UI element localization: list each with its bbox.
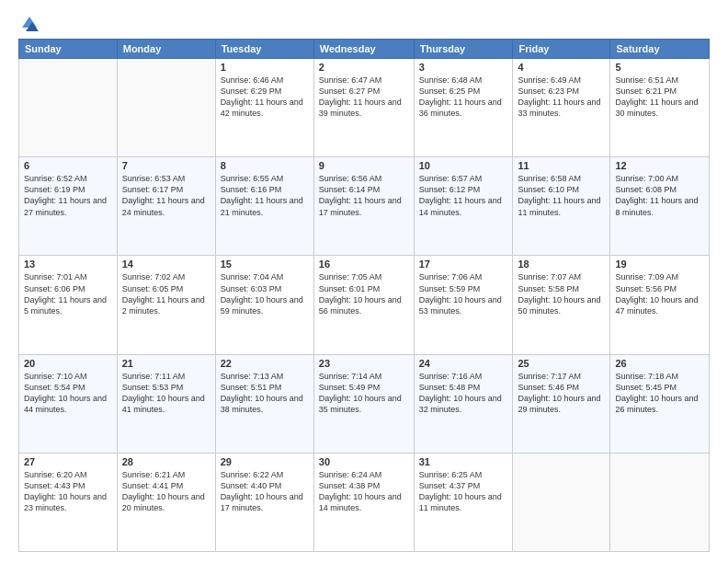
day-info: Sunrise: 7:10 AM Sunset: 5:54 PM Dayligh… bbox=[24, 371, 112, 416]
day-number: 18 bbox=[518, 259, 605, 270]
day-info: Sunrise: 6:48 AM Sunset: 6:25 PM Dayligh… bbox=[419, 75, 508, 120]
calendar-cell: 14Sunrise: 7:02 AM Sunset: 6:05 PM Dayli… bbox=[117, 256, 215, 354]
day-number: 29 bbox=[221, 456, 309, 467]
day-info: Sunrise: 7:17 AM Sunset: 5:46 PM Dayligh… bbox=[518, 371, 605, 416]
calendar-cell: 18Sunrise: 7:07 AM Sunset: 5:58 PM Dayli… bbox=[513, 256, 610, 354]
day-number: 25 bbox=[518, 358, 605, 369]
day-info: Sunrise: 7:02 AM Sunset: 6:05 PM Dayligh… bbox=[122, 271, 210, 316]
day-number: 22 bbox=[221, 358, 309, 369]
day-info: Sunrise: 6:58 AM Sunset: 6:10 PM Dayligh… bbox=[518, 173, 605, 218]
day-number: 2 bbox=[319, 62, 409, 73]
weekday-sunday: Sunday bbox=[19, 40, 118, 59]
day-number: 9 bbox=[319, 160, 409, 171]
calendar-cell bbox=[19, 59, 118, 157]
calendar-cell: 9Sunrise: 6:56 AM Sunset: 6:14 PM Daylig… bbox=[313, 157, 414, 256]
day-number: 13 bbox=[24, 259, 112, 270]
day-info: Sunrise: 7:04 AM Sunset: 6:03 PM Dayligh… bbox=[221, 271, 309, 316]
day-info: Sunrise: 7:14 AM Sunset: 5:49 PM Dayligh… bbox=[319, 371, 409, 416]
week-row-2: 6Sunrise: 6:52 AM Sunset: 6:19 PM Daylig… bbox=[19, 157, 710, 256]
calendar-cell: 6Sunrise: 6:52 AM Sunset: 6:19 PM Daylig… bbox=[19, 157, 118, 256]
calendar-cell: 31Sunrise: 6:25 AM Sunset: 4:37 PM Dayli… bbox=[414, 453, 513, 551]
day-info: Sunrise: 6:57 AM Sunset: 6:12 PM Dayligh… bbox=[419, 173, 508, 218]
calendar-cell: 7Sunrise: 6:53 AM Sunset: 6:17 PM Daylig… bbox=[117, 157, 215, 256]
calendar-cell: 21Sunrise: 7:11 AM Sunset: 5:53 PM Dayli… bbox=[117, 354, 215, 453]
day-number: 15 bbox=[221, 259, 309, 270]
day-info: Sunrise: 6:20 AM Sunset: 4:43 PM Dayligh… bbox=[24, 469, 112, 514]
calendar-cell: 25Sunrise: 7:17 AM Sunset: 5:46 PM Dayli… bbox=[513, 354, 610, 453]
day-info: Sunrise: 7:00 AM Sunset: 6:08 PM Dayligh… bbox=[615, 173, 704, 218]
day-info: Sunrise: 7:18 AM Sunset: 5:45 PM Dayligh… bbox=[615, 371, 704, 416]
calendar-cell: 15Sunrise: 7:04 AM Sunset: 6:03 PM Dayli… bbox=[215, 256, 313, 354]
weekday-friday: Friday bbox=[513, 40, 610, 59]
calendar-cell: 19Sunrise: 7:09 AM Sunset: 5:56 PM Dayli… bbox=[610, 256, 710, 354]
day-number: 21 bbox=[122, 358, 210, 369]
weekday-thursday: Thursday bbox=[414, 40, 513, 59]
calendar-cell: 27Sunrise: 6:20 AM Sunset: 4:43 PM Dayli… bbox=[19, 453, 118, 551]
day-info: Sunrise: 6:22 AM Sunset: 4:40 PM Dayligh… bbox=[221, 469, 309, 514]
calendar-cell: 1Sunrise: 6:46 AM Sunset: 6:29 PM Daylig… bbox=[215, 59, 313, 157]
weekday-monday: Monday bbox=[117, 40, 215, 59]
day-number: 16 bbox=[319, 259, 409, 270]
calendar-cell: 3Sunrise: 6:48 AM Sunset: 6:25 PM Daylig… bbox=[414, 59, 513, 157]
day-number: 5 bbox=[615, 62, 704, 73]
day-number: 28 bbox=[122, 456, 210, 467]
day-info: Sunrise: 7:06 AM Sunset: 5:59 PM Dayligh… bbox=[419, 271, 508, 316]
logo bbox=[18, 15, 39, 29]
day-info: Sunrise: 6:49 AM Sunset: 6:23 PM Dayligh… bbox=[518, 75, 605, 120]
day-number: 7 bbox=[122, 160, 210, 171]
week-row-5: 27Sunrise: 6:20 AM Sunset: 4:43 PM Dayli… bbox=[19, 453, 710, 551]
header bbox=[18, 15, 710, 29]
calendar-cell: 10Sunrise: 6:57 AM Sunset: 6:12 PM Dayli… bbox=[414, 157, 513, 256]
calendar-cell: 5Sunrise: 6:51 AM Sunset: 6:21 PM Daylig… bbox=[610, 59, 710, 157]
day-info: Sunrise: 7:07 AM Sunset: 5:58 PM Dayligh… bbox=[518, 271, 605, 316]
weekday-wednesday: Wednesday bbox=[313, 40, 414, 59]
day-info: Sunrise: 7:13 AM Sunset: 5:51 PM Dayligh… bbox=[221, 371, 309, 416]
day-number: 27 bbox=[24, 456, 112, 467]
day-number: 14 bbox=[122, 259, 210, 270]
day-info: Sunrise: 6:24 AM Sunset: 4:38 PM Dayligh… bbox=[319, 469, 409, 514]
day-info: Sunrise: 6:46 AM Sunset: 6:29 PM Dayligh… bbox=[221, 75, 309, 120]
calendar-cell bbox=[513, 453, 610, 551]
day-number: 1 bbox=[221, 62, 309, 73]
day-number: 8 bbox=[221, 160, 309, 171]
day-number: 31 bbox=[419, 456, 508, 467]
day-info: Sunrise: 6:52 AM Sunset: 6:19 PM Dayligh… bbox=[24, 173, 112, 218]
day-number: 26 bbox=[615, 358, 704, 369]
day-info: Sunrise: 7:01 AM Sunset: 6:06 PM Dayligh… bbox=[24, 271, 112, 316]
day-number: 11 bbox=[518, 160, 605, 171]
calendar-cell: 29Sunrise: 6:22 AM Sunset: 4:40 PM Dayli… bbox=[215, 453, 313, 551]
day-info: Sunrise: 6:51 AM Sunset: 6:21 PM Dayligh… bbox=[615, 75, 704, 120]
calendar-cell: 26Sunrise: 7:18 AM Sunset: 5:45 PM Dayli… bbox=[610, 354, 710, 453]
day-number: 30 bbox=[319, 456, 409, 467]
calendar-cell: 22Sunrise: 7:13 AM Sunset: 5:51 PM Dayli… bbox=[215, 354, 313, 453]
page: SundayMondayTuesdayWednesdayThursdayFrid… bbox=[0, 0, 728, 563]
calendar-cell bbox=[117, 59, 215, 157]
day-number: 10 bbox=[419, 160, 508, 171]
calendar-cell: 4Sunrise: 6:49 AM Sunset: 6:23 PM Daylig… bbox=[513, 59, 610, 157]
calendar-cell: 23Sunrise: 7:14 AM Sunset: 5:49 PM Dayli… bbox=[313, 354, 414, 453]
day-info: Sunrise: 7:05 AM Sunset: 6:01 PM Dayligh… bbox=[319, 271, 409, 316]
day-info: Sunrise: 6:47 AM Sunset: 6:27 PM Dayligh… bbox=[319, 75, 409, 120]
day-info: Sunrise: 7:09 AM Sunset: 5:56 PM Dayligh… bbox=[615, 271, 704, 316]
day-info: Sunrise: 7:11 AM Sunset: 5:53 PM Dayligh… bbox=[122, 371, 210, 416]
calendar-cell: 8Sunrise: 6:55 AM Sunset: 6:16 PM Daylig… bbox=[215, 157, 313, 256]
calendar-cell bbox=[610, 453, 710, 551]
calendar-body: 1Sunrise: 6:46 AM Sunset: 6:29 PM Daylig… bbox=[19, 59, 710, 552]
day-number: 24 bbox=[419, 358, 508, 369]
week-row-1: 1Sunrise: 6:46 AM Sunset: 6:29 PM Daylig… bbox=[19, 59, 710, 157]
day-number: 6 bbox=[24, 160, 112, 171]
calendar-cell: 2Sunrise: 6:47 AM Sunset: 6:27 PM Daylig… bbox=[313, 59, 414, 157]
calendar-table: SundayMondayTuesdayWednesdayThursdayFrid… bbox=[18, 39, 710, 552]
calendar-cell: 13Sunrise: 7:01 AM Sunset: 6:06 PM Dayli… bbox=[19, 256, 118, 354]
day-info: Sunrise: 6:56 AM Sunset: 6:14 PM Dayligh… bbox=[319, 173, 409, 218]
weekday-header-row: SundayMondayTuesdayWednesdayThursdayFrid… bbox=[19, 40, 710, 59]
weekday-saturday: Saturday bbox=[610, 40, 710, 59]
day-info: Sunrise: 6:53 AM Sunset: 6:17 PM Dayligh… bbox=[122, 173, 210, 218]
day-number: 17 bbox=[419, 259, 508, 270]
day-number: 23 bbox=[319, 358, 409, 369]
calendar-cell: 24Sunrise: 7:16 AM Sunset: 5:48 PM Dayli… bbox=[414, 354, 513, 453]
calendar-cell: 28Sunrise: 6:21 AM Sunset: 4:41 PM Dayli… bbox=[117, 453, 215, 551]
day-number: 20 bbox=[24, 358, 112, 369]
day-number: 3 bbox=[419, 62, 508, 73]
day-number: 4 bbox=[518, 62, 605, 73]
